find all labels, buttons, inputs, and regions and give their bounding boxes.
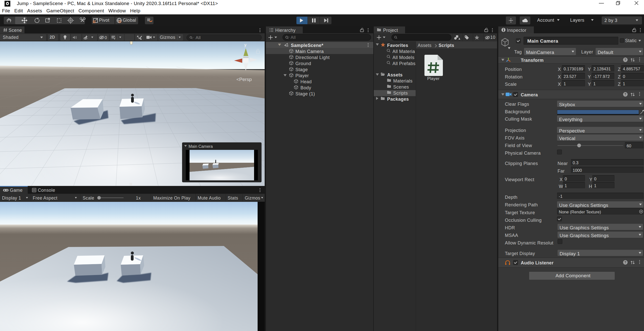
svg-text:Y: Y <box>114 37 116 40</box>
svg-text:Main Camera: Main Camera <box>189 144 213 149</box>
svg-text:x: x <box>231 59 233 63</box>
svg-text:<Persp: <Persp <box>236 77 252 82</box>
svg-text:y: y <box>244 43 247 47</box>
